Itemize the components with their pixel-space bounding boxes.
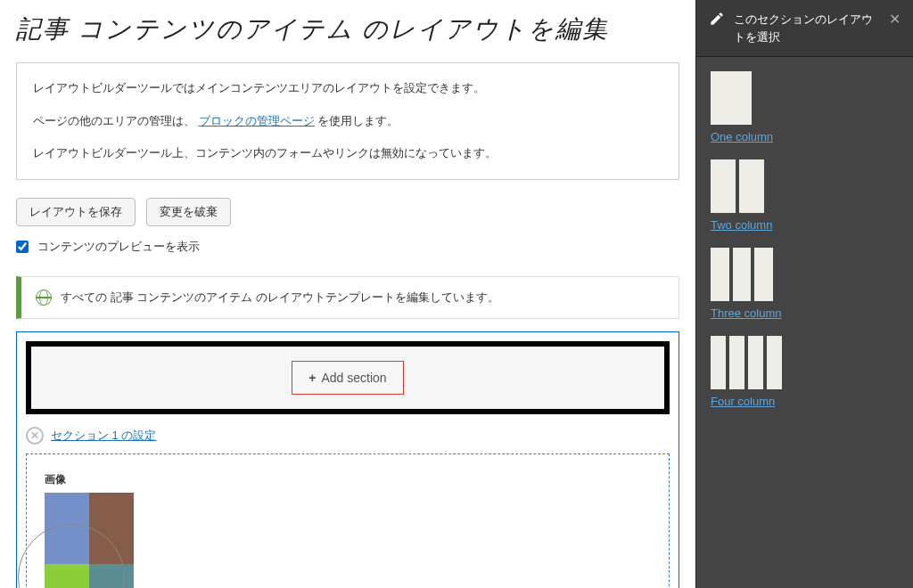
status-text: すべての 記事 コンテンツのアイテム のレイアウトテンプレートを編集しています。 [61, 290, 499, 306]
preview-checkbox[interactable] [16, 241, 29, 253]
status-bar: すべての 記事 コンテンツのアイテム のレイアウトテンプレートを編集しています。 [16, 276, 679, 319]
save-layout-button[interactable]: レイアウトを保存 [16, 198, 136, 226]
pencil-icon [709, 11, 725, 27]
two-column-label: Two column [711, 218, 899, 232]
placeholder-image [45, 493, 134, 588]
info-line-3: レイアウトビルダーツール上、コンテンツ内のフォームやリンクは無効になっています。 [33, 143, 662, 165]
remove-section-button[interactable]: ✕ [26, 427, 44, 445]
add-section-button[interactable]: + Add section [292, 361, 403, 395]
four-column-label: Four column [711, 395, 899, 408]
sidebar-header: このセクションのレイアウトを選択 ✕ [696, 0, 913, 57]
section-region[interactable]: 画像 [26, 453, 670, 588]
close-icon[interactable]: ✕ [889, 11, 901, 28]
layout-option-four-column[interactable]: Four column [711, 336, 899, 408]
layout-option-two-column[interactable]: Two column [711, 159, 899, 232]
layout-canvas: + Add section ✕ セクション 1 の設定 画像 [16, 331, 679, 588]
sidebar-title: このセクションのレイアウトを選択 [734, 11, 880, 45]
section-settings-link[interactable]: セクション 1 の設定 [51, 428, 156, 444]
three-column-label: Three column [711, 306, 899, 320]
action-row: レイアウトを保存 変更を破棄 [16, 198, 679, 226]
block-admin-link[interactable]: ブロックの管理ページ [199, 114, 315, 127]
main-content-area: 記事 コンテンツのアイテム のレイアウトを編集 レイアウトビルダーツールではメイ… [0, 0, 695, 588]
add-section-label: Add section [322, 371, 387, 385]
two-column-thumb [711, 159, 764, 213]
info-line-1: レイアウトビルダーツールではメインコンテンツエリアのレイアウトを設定できます。 [33, 78, 662, 100]
preview-checkbox-label: コンテンツのプレビューを表示 [37, 239, 200, 255]
three-column-thumb [711, 248, 773, 301]
add-section-bar[interactable]: + Add section [26, 341, 670, 414]
preview-checkbox-row[interactable]: コンテンツのプレビューを表示 [16, 239, 679, 255]
layout-sidebar: このセクションのレイアウトを選択 ✕ One column Two column… [695, 0, 913, 588]
section-header: ✕ セクション 1 の設定 [17, 423, 679, 448]
plus-icon: + [308, 371, 316, 385]
image-field-label: 画像 [45, 472, 651, 487]
info-line-2: ページの他のエリアの管理は、 ブロックの管理ページ を使用します。 [33, 110, 662, 133]
globe-icon [36, 290, 52, 306]
page-title: 記事 コンテンツのアイテム のレイアウトを編集 [16, 12, 679, 46]
layout-option-three-column[interactable]: Three column [711, 248, 899, 320]
info-box: レイアウトビルダーツールではメインコンテンツエリアのレイアウトを設定できます。 … [16, 62, 679, 180]
layout-option-one-column[interactable]: One column [711, 71, 899, 143]
layout-options: One column Two column Three column Four … [696, 57, 913, 422]
one-column-label: One column [711, 130, 899, 143]
discard-changes-button[interactable]: 変更を破棄 [146, 198, 231, 226]
four-column-thumb [711, 336, 782, 389]
one-column-thumb [711, 71, 752, 125]
